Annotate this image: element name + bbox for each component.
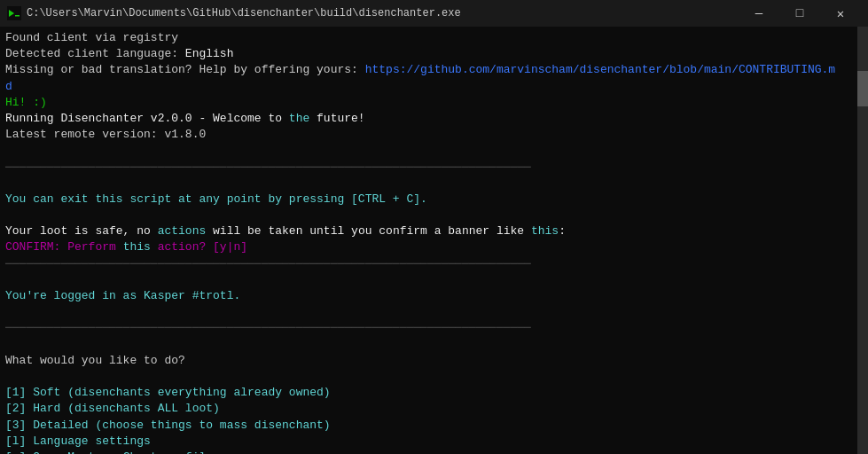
line-menu-3: [3] Detailed (choose things to mass dise… <box>5 418 863 434</box>
line-remote: Latest remote version: v1.8.0 <box>5 127 863 143</box>
line-detected-lang: Detected client language: English <box>5 46 863 62</box>
separator-1: ────────────────────────────────────────… <box>5 160 863 176</box>
title-bar-text: C:\Users\Marvin\Documents\GitHub\disench… <box>27 7 739 20</box>
close-button[interactable]: ✕ <box>820 0 861 27</box>
svg-rect-2 <box>15 15 20 17</box>
terminal[interactable]: Found client via registry Detected clien… <box>0 27 868 454</box>
scrollbar-thumb[interactable] <box>857 71 868 106</box>
line-logged-in: You're logged in as Kasper #trotl. <box>5 288 863 304</box>
line-confirm: CONFIRM: Perform this action? [y|n] <box>5 239 863 255</box>
line-menu-1: [1] Soft (disenchants everything already… <box>5 385 863 401</box>
line-blank4 <box>5 304 863 320</box>
separator-3: ────────────────────────────────────────… <box>5 320 863 336</box>
title-bar-buttons: — □ ✕ <box>739 0 861 27</box>
maximize-button[interactable]: □ <box>779 0 820 27</box>
line-url-cont: d <box>5 79 863 95</box>
line-menu-2: [2] Hard (disenchants ALL loot) <box>5 401 863 417</box>
minimize-button[interactable]: — <box>739 0 779 27</box>
line-sep1 <box>5 143 863 159</box>
scrollbar[interactable] <box>857 27 868 454</box>
line-missing-translation: Missing or bad translation? Help by offe… <box>5 62 863 78</box>
line-loot-safe: Your loot is safe, no actions will be ta… <box>5 223 863 239</box>
line-blank6 <box>5 369 863 385</box>
separator-2: ────────────────────────────────────────… <box>5 256 863 272</box>
line-found-client: Found client via registry <box>5 30 863 46</box>
line-exit-info: You can exit this script at any point by… <box>5 192 863 207</box>
line-blank1 <box>5 176 863 192</box>
line-running: Running Disenchanter v2.0.0 - Welcome to… <box>5 111 863 127</box>
line-blank5 <box>5 337 863 353</box>
title-bar: C:\Users\Marvin\Documents\GitHub\disench… <box>0 0 868 27</box>
line-hi: Hi! :) <box>5 95 863 111</box>
app-icon <box>7 6 21 20</box>
line-blank2 <box>5 207 863 223</box>
line-menu-prompt: What would you like to do? <box>5 353 863 369</box>
line-blank3 <box>5 272 863 288</box>
line-menu-m: [m] Open Mastery Chart profile <box>5 450 863 454</box>
line-menu-l: [l] Language settings <box>5 434 863 450</box>
